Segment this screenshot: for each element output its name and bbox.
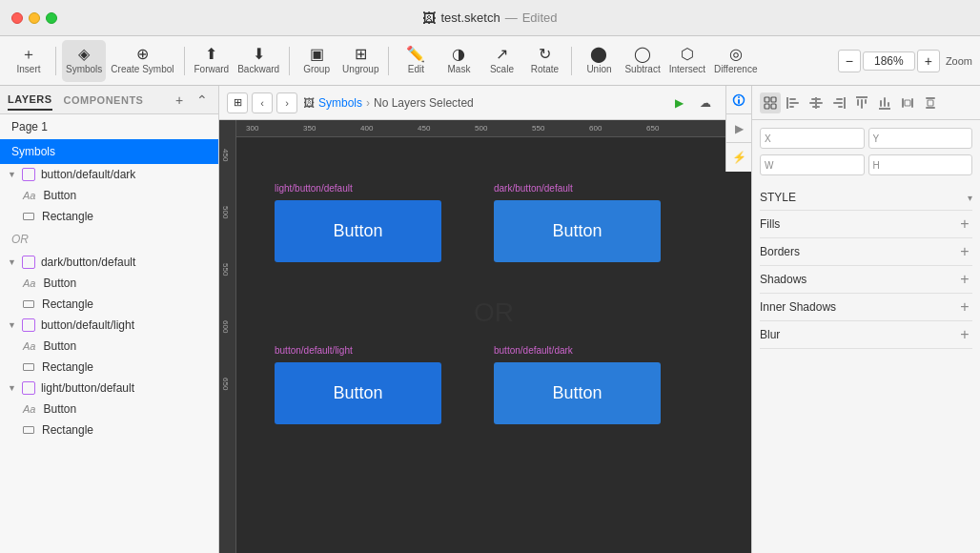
maximize-button[interactable] — [46, 12, 57, 24]
svg-rect-24 — [902, 98, 904, 108]
button-text-4: Button — [552, 383, 602, 403]
label-button-default-dark-bottom: button/default/dark — [494, 345, 573, 356]
borders-section-header[interactable]: Borders + — [760, 238, 972, 266]
layer-item-rect-2[interactable]: Rectangle — [0, 294, 218, 315]
layer-label: Button — [43, 276, 76, 290]
button-text-2: Button — [552, 221, 602, 241]
align-center-button[interactable] — [806, 92, 827, 113]
ruler-mark-500: 500 — [475, 124, 487, 133]
fills-section-header[interactable]: Fills + — [760, 211, 972, 238]
button-light-default-top[interactable]: Button — [275, 200, 441, 262]
layer-item-rect-4[interactable]: Rectangle — [0, 420, 218, 440]
layer-item-button-text-2[interactable]: Aa Button — [0, 273, 218, 294]
layer-item-rect-3[interactable]: Rectangle — [0, 357, 218, 378]
add-layer-button[interactable]: + — [171, 92, 188, 109]
shadows-section-header[interactable]: Shadows + — [760, 266, 972, 294]
distribute-h-button[interactable] — [897, 92, 918, 113]
inner-shadows-section-header[interactable]: Inner Shadows + — [760, 294, 972, 321]
layer-label: light/button/default — [41, 381, 134, 395]
align-top-button[interactable] — [851, 92, 872, 113]
difference-button[interactable]: ◎ Difference — [710, 40, 761, 82]
layer-item-rect-1[interactable]: Rectangle — [0, 206, 218, 227]
symbols-page-item[interactable]: Symbols — [0, 139, 218, 164]
create-symbol-icon: ⊕ — [136, 47, 149, 62]
forward-button[interactable]: ⬆ Forward — [191, 40, 234, 82]
shadows-add-button[interactable]: + — [957, 272, 972, 287]
scale-button[interactable]: ↗ Scale — [480, 40, 522, 82]
page-1-item[interactable]: Page 1 — [0, 114, 218, 139]
create-symbol-label: Create Symbol — [111, 64, 174, 74]
union-button[interactable]: ⬤ Union — [578, 40, 620, 82]
blur-section-header[interactable]: Blur + — [760, 321, 972, 349]
ungroup-button[interactable]: ⊞ Ungroup — [338, 40, 382, 82]
breadcrumb-root[interactable]: Symbols — [318, 96, 362, 110]
layer-item-button-text-3[interactable]: Aa Button — [0, 336, 218, 357]
panel-side-tabs: ▶ ⚡ — [725, 86, 751, 172]
layer-item-dark-button-default[interactable]: ▼ dark/button/default — [0, 252, 218, 273]
grid-view-button[interactable]: ⊞ — [227, 92, 248, 113]
forward-nav-button[interactable]: › — [276, 92, 297, 113]
tab-components[interactable]: COMPONENTS — [64, 91, 144, 110]
layer-item-light-button-default[interactable]: ▼ light/button/default — [0, 378, 218, 399]
mask-button[interactable]: ◑ Mask — [438, 40, 480, 82]
x-field[interactable]: X — [760, 128, 865, 149]
zoom-in-button[interactable]: + — [917, 50, 940, 72]
edit-status: Edited — [522, 10, 558, 25]
collapse-all-button[interactable]: ⌃ — [194, 92, 211, 109]
inspector-tab[interactable] — [760, 92, 781, 113]
align-bottom-button[interactable] — [874, 92, 895, 113]
group-button[interactable]: ▣ Group — [296, 40, 337, 82]
create-symbol-button[interactable]: ⊕ Create Symbol — [107, 40, 177, 82]
ruler-mark-350: 350 — [303, 124, 316, 133]
symbols-button[interactable]: ◈ Symbols — [62, 40, 106, 82]
backward-button[interactable]: ⬇ Backward — [234, 40, 283, 82]
rect-type-icon — [23, 426, 34, 434]
layer-item-button-default-dark[interactable]: ▼ button/default/dark — [0, 164, 218, 185]
canvas-content: light/button/default dark/button/default… — [236, 137, 751, 553]
style-chevron-icon: ▾ — [968, 193, 972, 203]
rotate-button[interactable]: ↻ Rotate — [523, 40, 565, 82]
inner-shadows-add-button[interactable]: + — [957, 299, 972, 315]
close-button[interactable] — [11, 12, 23, 24]
minimize-button[interactable] — [29, 12, 40, 24]
insert-button[interactable]: ＋ Insert — [8, 40, 50, 82]
component-icon — [22, 168, 35, 181]
layer-label: button/default/light — [41, 318, 134, 332]
button-dark-default-bottom[interactable]: Button — [494, 362, 661, 424]
borders-add-button[interactable]: + — [957, 244, 972, 259]
upload-button[interactable]: ☁ — [694, 92, 717, 114]
edit-button[interactable]: ✏️ Edit — [395, 40, 437, 82]
w-field[interactable]: W — [760, 154, 865, 175]
tab-layers[interactable]: LAYERS — [8, 90, 52, 111]
subtract-button[interactable]: ◯ Subtract — [621, 40, 664, 82]
canvas-viewport[interactable]: 450 500 550 600 650 300 350 400 450 500 … — [219, 120, 751, 553]
y-field[interactable]: Y — [868, 128, 973, 149]
intersect-button[interactable]: ⬡ Intersect — [665, 40, 709, 82]
style-header[interactable]: STYLE ▾ — [760, 185, 972, 211]
align-right-button[interactable] — [828, 92, 849, 113]
difference-label: Difference — [714, 64, 757, 74]
layer-item-button-default-light[interactable]: ▼ button/default/light — [0, 315, 218, 336]
zoom-out-button[interactable]: − — [838, 50, 861, 72]
svg-rect-23 — [888, 102, 889, 107]
back-nav-button[interactable]: ‹ — [252, 92, 273, 113]
sidebar-tabs: LAYERS COMPONENTS + ⌃ — [0, 86, 218, 114]
distribute-v-button[interactable] — [920, 92, 941, 113]
layer-item-button-text-4[interactable]: Aa Button — [0, 399, 218, 420]
union-icon: ⬤ — [590, 47, 607, 62]
prototype-panel-tab[interactable]: ▶ — [726, 114, 751, 143]
button-light-default-bottom[interactable]: Button — [275, 362, 441, 424]
prototype-run-button[interactable]: ▶ — [667, 92, 690, 114]
layer-label: Button — [43, 402, 76, 416]
align-left-button[interactable] — [783, 92, 804, 113]
traffic-lights — [11, 12, 57, 24]
button-dark-default-top[interactable]: Button — [494, 200, 661, 262]
blur-add-button[interactable]: + — [957, 327, 972, 342]
fills-add-button[interactable]: + — [957, 216, 972, 232]
layer-item-button-text-1[interactable]: Aa Button — [0, 185, 218, 206]
svg-rect-29 — [928, 100, 933, 106]
h-field[interactable]: H — [868, 154, 973, 175]
lightning-panel-tab[interactable]: ⚡ — [726, 143, 751, 172]
subtract-label: Subtract — [624, 64, 660, 74]
inspector-panel-tab[interactable] — [726, 86, 751, 114]
